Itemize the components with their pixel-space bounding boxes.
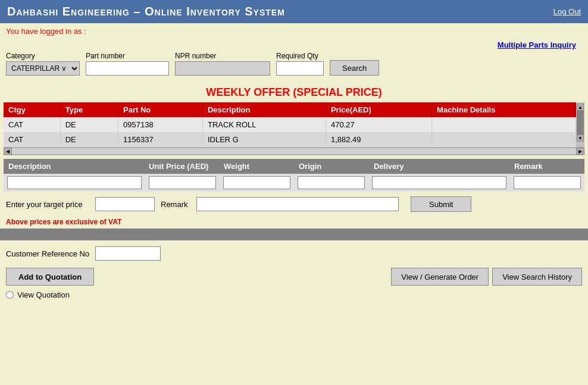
detail-col-description: Description <box>4 159 144 174</box>
search-area: Multiple Parts Inquiry Category CATERPIL… <box>0 38 588 80</box>
scroll-left-arrow[interactable]: ◀ <box>4 148 12 155</box>
target-price-input[interactable] <box>95 197 155 211</box>
col-type: Type <box>60 102 118 117</box>
offers-table-scroll-area: Ctgy Type Part No Description Price(AED)… <box>4 102 576 147</box>
bottom-buttons-row: Add to Quotation View / Generate Order V… <box>0 265 588 288</box>
detail-remark-input[interactable] <box>514 176 581 189</box>
scroll-down-arrow[interactable]: ▼ <box>577 134 584 142</box>
detail-delivery-input[interactable] <box>372 176 506 189</box>
cell-part-no: 1156337 <box>118 132 203 147</box>
gray-divider <box>0 229 588 240</box>
view-generate-order-button[interactable]: View / Generate Order <box>391 268 489 286</box>
app-title: Dahbashi Engineering – Online Inventory … <box>7 5 285 18</box>
search-button[interactable]: Search <box>330 60 379 76</box>
npr-number-label: NPR number <box>175 52 270 60</box>
detail-col-origin: Origin <box>294 159 369 174</box>
search-fields-row: Category CATERPILLAR ∨ Part number NPR n… <box>6 52 582 76</box>
npr-number-field-group: NPR number <box>175 52 270 76</box>
customer-ref-label: Customer Reference No <box>6 249 89 258</box>
view-quotation-radio[interactable] <box>6 291 14 299</box>
detail-weight-cell <box>220 174 294 192</box>
offers-table-header-row: Ctgy Type Part No Description Price(AED)… <box>4 102 576 117</box>
customer-ref-input[interactable] <box>95 246 161 261</box>
detail-header-row: Description Unit Price (AED) Weight Orig… <box>4 159 584 174</box>
remark-label: Remark <box>161 200 190 209</box>
scroll-up-arrow[interactable]: ▲ <box>577 104 584 111</box>
cell-description: IDLER G <box>202 132 326 147</box>
cell-price: 1,882.49 <box>326 132 431 147</box>
detail-weight-input[interactable] <box>223 176 290 189</box>
scrollbar-track <box>12 148 576 154</box>
cell-machine-details <box>432 132 576 147</box>
part-number-field-group: Part number <box>86 52 169 76</box>
detail-col-remark: Remark <box>509 159 584 174</box>
vat-notice: Above prices are exclusive of VAT <box>0 217 588 229</box>
col-part-no: Part No <box>118 102 203 117</box>
logout-link[interactable]: Log Out <box>553 7 581 16</box>
detail-origin-cell <box>294 174 368 192</box>
required-qty-input[interactable] <box>276 61 324 76</box>
detail-col-unit-price: Unit Price (AED) <box>144 159 219 174</box>
required-qty-label: Required Qty <box>276 52 324 60</box>
part-number-label: Part number <box>86 52 169 60</box>
cell-type: DE <box>60 132 118 147</box>
search-top-row: Multiple Parts Inquiry <box>6 40 582 49</box>
login-status-text: You have logged in as : <box>6 27 86 36</box>
cell-price: 470.27 <box>326 117 431 132</box>
target-remark-input[interactable] <box>196 197 399 211</box>
customer-ref-row: Customer Reference No <box>0 240 588 265</box>
weekly-offer-title: WEEKLY OFFER (SPECIAL PRICE) <box>0 80 588 102</box>
offers-table-wrapper: Ctgy Type Part No Description Price(AED)… <box>4 102 584 147</box>
detail-unit-price-input[interactable] <box>149 176 216 189</box>
scrollbar-thumb[interactable] <box>577 111 584 134</box>
target-price-row: Enter your target price Remark Submit <box>0 192 588 217</box>
npr-number-input[interactable] <box>175 61 270 76</box>
header: Dahbashi Engineering – Online Inventory … <box>0 0 588 23</box>
category-select[interactable]: CATERPILLAR ∨ <box>6 61 80 76</box>
cell-ctgy: CAT <box>4 132 60 147</box>
detail-col-weight: Weight <box>219 159 294 174</box>
cell-machine-details <box>432 117 576 132</box>
cell-description: TRACK ROLL <box>202 117 326 132</box>
view-quotation-row: View Quotation <box>0 288 588 302</box>
table-row[interactable]: CAT DE 1156337 IDLER G 1,882.49 <box>4 132 576 147</box>
table-row[interactable]: CAT DE 0957138 TRACK ROLL 470.27 <box>4 117 576 132</box>
right-buttons-group: View / Generate Order View Search Histor… <box>391 268 582 286</box>
table-scrollbar[interactable]: ▲ ▼ <box>576 102 584 147</box>
submit-button[interactable]: Submit <box>411 196 471 212</box>
col-machine-details: Machine Details <box>432 102 576 117</box>
add-to-quotation-button[interactable]: Add to Quotation <box>6 268 94 286</box>
detail-delivery-cell <box>368 174 510 192</box>
detail-inputs-row <box>4 174 584 192</box>
category-field-group: Category CATERPILLAR ∨ <box>6 52 80 76</box>
detail-description-input[interactable] <box>7 176 142 189</box>
cell-ctgy: CAT <box>4 117 60 132</box>
offers-table: Ctgy Type Part No Description Price(AED)… <box>4 102 576 147</box>
target-price-label: Enter your target price <box>6 200 89 209</box>
login-status: You have logged in as : <box>0 23 588 38</box>
col-price: Price(AED) <box>326 102 431 117</box>
detail-origin-input[interactable] <box>298 176 365 189</box>
category-label: Category <box>6 52 80 60</box>
detail-unit-price-cell <box>145 174 220 192</box>
horizontal-scrollbar[interactable]: ◀ ▶ <box>4 147 584 155</box>
required-qty-field-group: Required Qty <box>276 52 324 76</box>
multiple-parts-inquiry-link[interactable]: Multiple Parts Inquiry <box>498 40 576 49</box>
detail-remark-cell <box>510 174 584 192</box>
col-ctgy: Ctgy <box>4 102 60 117</box>
detail-col-delivery: Delivery <box>369 159 509 174</box>
part-number-input[interactable] <box>86 61 169 76</box>
scroll-right-arrow[interactable]: ▶ <box>576 148 584 155</box>
view-quotation-label[interactable]: View Quotation <box>17 290 70 299</box>
cell-part-no: 0957138 <box>118 117 203 132</box>
detail-description-cell <box>4 174 145 192</box>
view-search-history-button[interactable]: View Search History <box>492 268 582 286</box>
detail-section: Description Unit Price (AED) Weight Orig… <box>4 159 584 192</box>
cell-type: DE <box>60 117 118 132</box>
col-description: Description <box>202 102 326 117</box>
